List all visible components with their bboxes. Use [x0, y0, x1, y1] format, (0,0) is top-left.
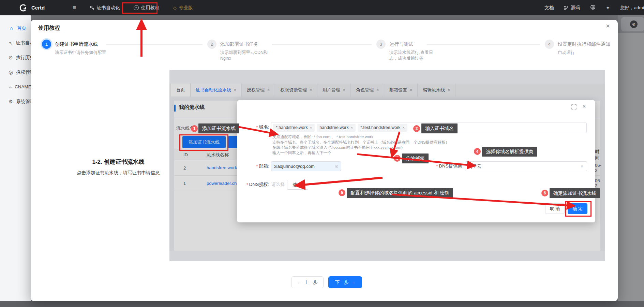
step-4-title: 设置定时执行和邮件通知: [558, 40, 610, 47]
step-2-title: 添加部署证书任务: [220, 40, 275, 47]
step-3-desc: 演示流水线运行,查看日志，成功后跳过等: [389, 50, 440, 61]
nav-source[interactable]: 源码: [564, 5, 580, 11]
note-title: 1-2. 创建证书流水线: [73, 158, 164, 166]
home-icon: ⌂: [9, 25, 14, 31]
callout-badge-3: 3: [394, 155, 401, 162]
email-label: * 邮箱:: [237, 161, 269, 171]
step-2-desc: 演示部署到阿里云CDN和Nginx: [220, 50, 275, 61]
confirm-button[interactable]: 确 定: [568, 203, 587, 214]
step-3-number: 3: [376, 40, 386, 49]
help-line: 多级子域名要分成多个域名输入 (*.foo.com的证书不能用于xxx.yyy.…: [272, 145, 449, 150]
step-2-number: 2: [207, 40, 216, 49]
step-4-number: 4: [545, 40, 554, 49]
collapse-menu-icon[interactable]: ≡: [73, 4, 76, 11]
chevron-down-icon: ∨: [581, 164, 583, 169]
clear-input-icon[interactable]: ⊗: [335, 164, 339, 169]
certd-logo-icon: [19, 3, 28, 12]
step-4-desc: 自动运行: [558, 50, 610, 56]
user-greeting[interactable]: 您好，admin: [620, 5, 644, 11]
choose-auth-button[interactable]: 选 择: [287, 180, 308, 190]
step-2[interactable]: 2 添加部署证书任务 演示部署到阿里云CDN和Nginx: [207, 40, 275, 61]
email-field[interactable]: xiaojunnuo@qq.com ⊗: [271, 161, 341, 171]
clock-icon: ⊙: [9, 55, 13, 61]
sidebar-item-auth[interactable]: ◎ 授权管理: [0, 65, 31, 79]
git-branch-icon: [564, 5, 568, 10]
tag-text: handsfree.work: [319, 125, 348, 130]
tag-text: *.handsfree.work: [276, 125, 308, 130]
sparkles-icon[interactable]: ✦: [606, 5, 610, 11]
sidebar-item-history[interactable]: ⊙ 执行历史: [0, 50, 31, 65]
email-value: xiaojunnuo@qq.com: [274, 164, 315, 169]
domain-help-text: 支持通配符域名，例如: *.foo.com 、 *.test.handsfree…: [272, 134, 449, 156]
step-3[interactable]: 3 运行与测试 演示流水线运行,查看日志，成功后跳过等: [376, 40, 440, 61]
dns-auth-placeholder: 请选择: [271, 179, 285, 190]
domain-label: * 域名:: [237, 122, 269, 132]
tab-close-all-icon[interactable]: ⊗: [630, 20, 638, 28]
modal-title: 使用教程: [38, 25, 60, 32]
sidebar-item-home[interactable]: ⌂ 首页: [0, 21, 31, 35]
app-root: ⌂ 首页 ∿ 证书自动化 ⊙ 执行历史 ◎ 授权管理 ⌁ CNAME ⚙ 系统管…: [0, 0, 644, 307]
step-connector: [427, 44, 540, 45]
callout-badge-4: 4: [474, 148, 481, 155]
callout-badge-6: 6: [541, 190, 548, 196]
sidebar-item-label: 执行历史: [16, 55, 31, 61]
dns-auth-label: * DNS授权:: [237, 179, 269, 190]
chart-line-icon: ∿: [9, 40, 13, 46]
callout-tip-4: 选择你域名解析提供商: [482, 147, 537, 157]
tutorial-note: 1-2. 创建证书流水线 点击添加证书流水线，填写证书申请信息: [73, 158, 164, 176]
tag-remove-icon[interactable]: ×: [310, 126, 312, 130]
label-text: DNS提供商:: [439, 163, 464, 169]
step-1[interactable]: 1 创建证书申请流水线 演示证书申请任务如何配置: [42, 40, 108, 56]
step-4[interactable]: 4 设置定时执行和邮件通知 自动运行: [545, 40, 610, 56]
dialog-close-icon[interactable]: ×: [582, 103, 586, 110]
callout-badge-2: 2: [413, 125, 420, 132]
sidebar: ⌂ 首页 ∿ 证书自动化 ⊙ 执行历史 ◎ 授权管理 ⌁ CNAME ⚙ 系统管…: [0, 15, 31, 301]
nav-cert-auto[interactable]: 证书自动化: [90, 5, 120, 11]
sidebar-item-label: 首页: [17, 25, 26, 31]
sidebar-item-label: CNAME: [15, 84, 31, 89]
brand-name: Certd: [31, 5, 45, 11]
required-mark: *: [436, 164, 438, 169]
sidebar-item-label: 证书自动化: [16, 40, 31, 46]
cancel-button[interactable]: 取 消: [545, 203, 565, 214]
arrow-right-icon: →: [351, 280, 356, 285]
nav-tutorial[interactable]: ? 使用教程: [134, 5, 160, 11]
step-connector: [272, 44, 372, 45]
tag-remove-icon[interactable]: ×: [351, 126, 353, 130]
required-mark: *: [246, 182, 248, 187]
page-mask-bottom: [0, 301, 644, 307]
sidebar-item-system[interactable]: ⚙ 系统管理: [0, 94, 31, 109]
link-icon: ⌁: [9, 84, 12, 90]
callout-badge-5: 5: [339, 189, 345, 196]
globe-icon[interactable]: [590, 4, 596, 11]
topbar: Certd ≡ 证书自动化 ? 使用教程 ◇ 专业版 文档 源码 ✦ 您好，ad…: [0, 0, 644, 15]
label-text: DNS授权:: [249, 181, 269, 188]
prev-step-button[interactable]: ← 上一步: [291, 276, 324, 288]
callout-tip-1: 添加证书流水线: [198, 123, 239, 133]
callout-badge-1: 1: [191, 125, 198, 132]
sidebar-item-label: 授权管理: [16, 69, 31, 75]
nav-label: 证书自动化: [97, 5, 120, 11]
tag-remove-icon[interactable]: ×: [403, 126, 405, 130]
sidebar-item-cname[interactable]: ⌁ CNAME: [0, 79, 31, 94]
prev-label: 上一步: [304, 279, 318, 286]
nav-docs[interactable]: 文档: [544, 5, 554, 11]
tag-text: *.test.handsfree.work: [360, 125, 400, 130]
nav-pro-edition[interactable]: ◇ 专业版: [173, 5, 193, 11]
callout-tip-5: 配置和选择你的域名提供商的 accessid 和 密钥: [347, 188, 453, 198]
sidebar-item-cert[interactable]: ∿ 证书自动化: [0, 35, 31, 50]
dns-provider-select[interactable]: 阿里云 ∨: [465, 161, 587, 171]
target-icon: ◎: [9, 69, 13, 75]
step-1-title: 创建证书申请流水线: [55, 40, 108, 47]
domain-tag: handsfree.work ×: [317, 124, 356, 132]
arrow-left-icon: ←: [297, 280, 302, 285]
modal-close-icon[interactable]: ×: [603, 21, 612, 30]
callout-tip-6: 确定添加证书流水线: [550, 188, 600, 198]
fullscreen-icon[interactable]: [571, 104, 576, 111]
next-label: 下一步: [335, 279, 349, 286]
embedded-screenshot: 首页 证书自动化流水线 × 授权管理 × 权限资源管理 × 用户管理 × 角色管…: [169, 70, 605, 261]
nav-label: 源码: [571, 5, 580, 11]
next-step-button[interactable]: 下一步 →: [328, 276, 362, 288]
step-1-number: 1: [42, 40, 51, 49]
note-body: 点击添加证书流水线，填写证书申请信息: [73, 170, 164, 176]
